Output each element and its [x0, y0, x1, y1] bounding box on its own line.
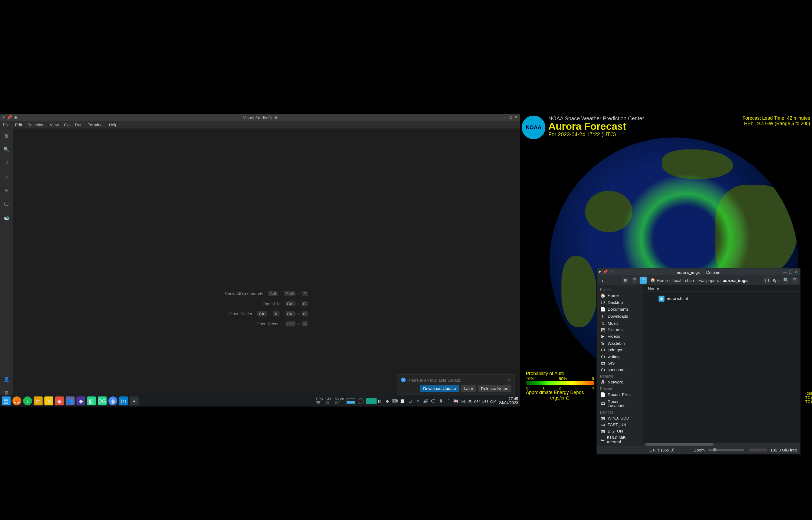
spotify-icon[interactable]: ♪ — [23, 396, 32, 406]
menu-edit[interactable]: Edit — [14, 123, 23, 127]
firefox-icon[interactable]: 🦊 — [12, 396, 21, 406]
sidebar-item[interactable]: 📄Documents — [597, 306, 643, 313]
sidebar-item[interactable]: 🖧Network — [597, 379, 643, 385]
folder-icon: ⬇ — [600, 314, 606, 319]
sidebar-item[interactable]: ▶Videos — [597, 333, 643, 340]
window-menu-icon[interactable]: ▾ — [2, 115, 6, 120]
icons-view-button[interactable]: ▦ — [622, 277, 629, 284]
menu-view[interactable]: View — [49, 123, 60, 127]
search-icon[interactable]: 🔍 — [782, 277, 789, 284]
close-icon[interactable]: ✕ — [795, 270, 798, 275]
file-list[interactable]: ◉ aurora.html — [643, 292, 800, 443]
close-icon[interactable]: ✕ — [514, 115, 518, 120]
sidebar-item[interactable]: 🗀jpdmgen — [597, 346, 643, 353]
pycharm-icon[interactable]: ◧ — [87, 396, 96, 406]
extensions-icon[interactable]: ⊞ — [2, 186, 11, 194]
tray-icon[interactable]: ◆ — [384, 398, 390, 404]
network-icon[interactable]: ⇅ — [438, 398, 444, 404]
app-icon-5[interactable]: ★ — [45, 396, 53, 406]
sidebar-item[interactable]: 🗀GIS — [597, 359, 643, 366]
clipboard-icon[interactable]: 📋 — [399, 398, 405, 404]
zoom-slider[interactable] — [708, 449, 744, 451]
aurora-title: Aurora Forecast — [549, 122, 644, 132]
taskbar-clock[interactable]: 17:45 24/04/2023 — [499, 397, 518, 405]
back-button[interactable]: ‹ — [599, 277, 606, 284]
minimize-icon[interactable]: ⌄ — [503, 115, 507, 120]
folder-icon: 🗑 — [600, 341, 606, 345]
menu-terminal[interactable]: Terminal — [87, 123, 105, 127]
sidebar-item[interactable]: 🖵Desktop — [597, 299, 643, 306]
app-launcher-icon[interactable]: ▤ — [2, 396, 11, 406]
sidebar-item[interactable]: 🖴Win10 SDD — [597, 415, 643, 421]
forward-button[interactable]: › — [608, 277, 615, 284]
docker-icon[interactable]: 🐋 — [2, 213, 11, 222]
split-label[interactable]: Split — [773, 278, 781, 282]
search-icon[interactable]: 🔍 — [2, 145, 11, 154]
app-icon-6[interactable]: ◆ — [55, 396, 64, 406]
capacity-bar — [749, 448, 767, 451]
split-view-icon[interactable]: ◫ — [763, 277, 771, 284]
file-item[interactable]: ◉ aurora.html — [646, 294, 797, 303]
menu-selection[interactable]: Selection — [26, 123, 46, 127]
brightness-icon[interactable]: ☀ — [415, 398, 421, 404]
folder-icon: ▶ — [600, 334, 606, 339]
datagrip-icon[interactable]: DG — [98, 396, 107, 406]
chromium-icon[interactable]: ◉ — [108, 396, 117, 406]
keyboard-icon[interactable]: ⌨ — [392, 398, 398, 404]
maximize-icon[interactable]: ▢ — [789, 270, 793, 275]
menu-run[interactable]: Run — [74, 123, 84, 127]
tray-icon[interactable]: ⊞ — [408, 398, 413, 404]
run-debug-icon[interactable]: ▷ — [2, 173, 11, 181]
menu-go[interactable]: Go — [63, 123, 71, 127]
menu-file[interactable]: File — [2, 123, 11, 127]
dolphin-sidebar: Places 🏠Home🖵Desktop📄Documents⬇Downloads… — [597, 285, 643, 446]
flag-icon[interactable]: 🇬🇧 — [453, 398, 459, 403]
obsidian-icon[interactable]: ◆ — [76, 396, 85, 406]
close-icon[interactable]: ✕ — [507, 378, 511, 383]
tray-icon[interactable]: ◐ — [376, 398, 383, 404]
minimize-icon[interactable]: — — [783, 270, 787, 275]
sidebar-item[interactable]: 🖴513.0 MiB Internal… — [597, 434, 643, 445]
menu-help[interactable]: Help — [108, 123, 118, 127]
later-button[interactable]: Later — [461, 385, 476, 392]
sidebar-item[interactable]: 🖴BIG_UN — [597, 427, 643, 434]
sidebar-item[interactable]: 🖼Pictures — [597, 327, 643, 333]
legend-title: Probability of Auro — [526, 371, 594, 376]
source-control-icon[interactable]: ⑂ — [2, 159, 11, 167]
maximize-icon[interactable]: ◇ — [509, 115, 512, 120]
details-view-button[interactable]: ☱ — [640, 277, 647, 284]
vscode-task-icon[interactable]: ⟨/⟩ — [119, 396, 128, 406]
breadcrumb: 🏠 Home› .local› share› wallpapers› auror… — [648, 278, 762, 283]
horizontal-scrollbar[interactable] — [643, 443, 800, 446]
download-update-button[interactable]: Download Update — [420, 385, 459, 392]
sidebar-item[interactable]: 🗀Recent Locations — [597, 398, 643, 409]
folder-icon: 🗀 — [600, 367, 606, 371]
files-icon[interactable]: 🗀 — [34, 396, 43, 406]
folder-icon: 🖼 — [600, 328, 606, 332]
compact-view-button[interactable]: ☰ — [631, 277, 638, 284]
hamburger-menu-icon[interactable]: ☰ — [791, 277, 798, 284]
sidebar-item[interactable]: 🗑Wastebin — [597, 340, 643, 346]
display-icon[interactable]: 🖵 — [430, 398, 436, 404]
volume-icon[interactable]: 🔊 — [423, 398, 429, 404]
release-notes-button[interactable]: Release Notes — [478, 385, 511, 392]
chevron-up-icon[interactable]: ˆ — [446, 398, 452, 404]
window-menu-icon[interactable]: ▾ — [599, 270, 601, 275]
sidebar-item[interactable]: ⬇Downloads — [597, 313, 643, 319]
accounts-icon[interactable]: 👤 — [2, 375, 11, 384]
sidebar-item[interactable]: ♫Music — [597, 320, 643, 327]
teams-icon[interactable]: 👥 — [66, 396, 75, 406]
sidebar-item[interactable]: 🖴FAST_UN — [597, 421, 643, 427]
explorer-icon[interactable]: 🗎 — [2, 132, 11, 140]
home-icon[interactable]: 🏠 — [650, 278, 655, 283]
remote-explorer-icon[interactable]: 🖵 — [2, 200, 11, 208]
sidebar-item[interactable]: 📄Recent Files — [597, 391, 643, 398]
pin-icon[interactable]: 📌 — [603, 270, 608, 275]
sidebar-item[interactable]: 🗀writing — [597, 353, 643, 359]
column-header-name[interactable]: Name — [643, 285, 800, 292]
pin-icon[interactable]: 📌 — [7, 115, 12, 120]
sidebar-item[interactable]: 🗀consume — [597, 366, 643, 372]
sidebar-item[interactable]: 🏠Home — [597, 292, 643, 299]
terminal-icon[interactable]: ▪ — [130, 396, 139, 406]
toast-message: There is an available update. — [408, 378, 461, 382]
